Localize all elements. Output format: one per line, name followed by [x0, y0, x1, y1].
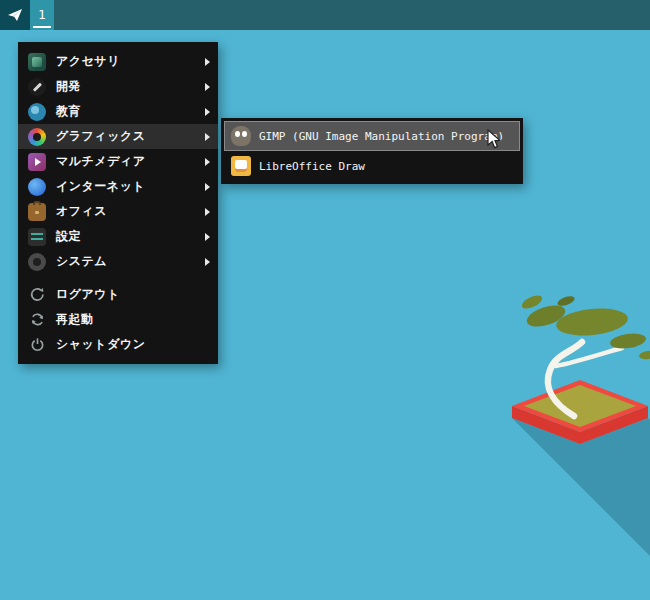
submenu-arrow-icon: [205, 258, 210, 266]
system-icon: [28, 253, 46, 271]
submenu-item-label: LibreOffice Draw: [259, 160, 365, 173]
submenu-item-gimp[interactable]: GIMP (GNU Image Manipulation Program): [224, 121, 520, 151]
menu-item-logout[interactable]: ログアウト: [18, 282, 218, 307]
submenu-arrow-icon: [205, 83, 210, 91]
menu-launcher-button[interactable]: [0, 0, 30, 30]
menu-item-shutdown[interactable]: シャットダウン: [18, 332, 218, 357]
menu-item-label: グラフィックス: [56, 128, 199, 145]
bonsai-shadow: [512, 418, 650, 556]
education-icon: [28, 103, 46, 121]
restart-icon: [28, 311, 46, 329]
menu-item-label: オフィス: [56, 203, 199, 220]
menu-item-restart[interactable]: 再起動: [18, 307, 218, 332]
workspace-label: 1: [38, 8, 46, 22]
menu-item-label: 開発: [56, 78, 199, 95]
graphics-icon: [28, 128, 46, 146]
submenu-arrow-icon: [205, 58, 210, 66]
menu-item-label: シャットダウン: [56, 336, 210, 353]
graphics-submenu: GIMP (GNU Image Manipulation Program) Li…: [221, 118, 523, 184]
menu-item-label: 教育: [56, 103, 199, 120]
menu-item-label: 再起動: [56, 311, 210, 328]
menu-item-label: インターネット: [56, 178, 199, 195]
submenu-arrow-icon: [205, 158, 210, 166]
applications-menu: アクセサリ 開発 教育 グラフィックス マルチメディア インターネット オフィス…: [18, 42, 218, 364]
bonsai-foliage: [639, 350, 650, 360]
multimedia-icon: [28, 153, 46, 171]
paper-plane-icon: [7, 7, 23, 23]
submenu-arrow-icon: [205, 183, 210, 191]
menu-item-label: ログアウト: [56, 286, 210, 303]
development-icon: [28, 78, 46, 96]
menu-item-education[interactable]: 教育: [18, 99, 218, 124]
bonsai-foliage: [556, 294, 576, 308]
submenu-item-libreoffice-draw[interactable]: LibreOffice Draw: [224, 151, 520, 181]
menu-item-label: アクセサリ: [56, 53, 199, 70]
internet-icon: [28, 178, 46, 196]
workspace-active-indicator: [33, 26, 51, 28]
menu-separator: [18, 274, 218, 282]
logout-icon: [28, 286, 46, 304]
menu-item-label: 設定: [56, 228, 199, 245]
submenu-arrow-icon: [205, 208, 210, 216]
gimp-icon: [231, 126, 251, 146]
submenu-arrow-icon: [205, 108, 210, 116]
top-bar: 1: [0, 0, 650, 30]
submenu-item-label: GIMP (GNU Image Manipulation Program): [259, 130, 504, 143]
bonsai-pot-body: [512, 406, 648, 444]
menu-item-internet[interactable]: インターネット: [18, 174, 218, 199]
shutdown-icon: [28, 336, 46, 354]
menu-item-accessories[interactable]: アクセサリ: [18, 49, 218, 74]
menu-item-office[interactable]: オフィス: [18, 199, 218, 224]
bonsai-trunk: [548, 342, 582, 416]
office-icon: [28, 203, 46, 221]
menu-item-graphics[interactable]: グラフィックス: [18, 124, 218, 149]
bonsai-pot-rim: [512, 380, 648, 432]
bonsai-foliage: [609, 332, 647, 351]
bonsai-branch: [556, 348, 622, 366]
submenu-arrow-icon: [205, 133, 210, 141]
menu-item-label: システム: [56, 253, 199, 270]
bonsai-foliage: [555, 305, 629, 338]
submenu-arrow-icon: [205, 233, 210, 241]
menu-item-multimedia[interactable]: マルチメディア: [18, 149, 218, 174]
bonsai-soil: [524, 385, 636, 427]
menu-item-development[interactable]: 開発: [18, 74, 218, 99]
accessories-icon: [28, 53, 46, 71]
menu-item-settings[interactable]: 設定: [18, 224, 218, 249]
desktop[interactable]: { "bar": { "workspace": { "label": "1" }…: [0, 0, 650, 600]
settings-icon: [28, 228, 46, 246]
libreoffice-draw-icon: [231, 156, 251, 176]
workspace-button-1[interactable]: 1: [30, 0, 54, 30]
bonsai-foliage: [524, 301, 568, 330]
menu-item-label: マルチメディア: [56, 153, 199, 170]
bonsai-foliage: [520, 293, 544, 311]
menu-item-system[interactable]: システム: [18, 249, 218, 274]
